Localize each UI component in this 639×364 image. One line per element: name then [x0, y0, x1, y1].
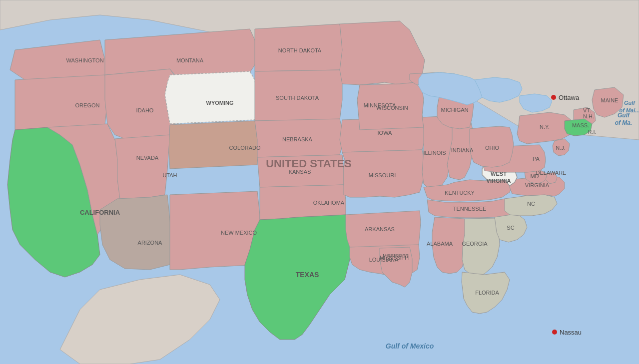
ottawa-dot	[551, 95, 556, 100]
map-container: WASHINGTON OREGON CALIFORNIA NEVADA IDAH…	[0, 0, 639, 364]
nassau-dot	[552, 330, 557, 335]
